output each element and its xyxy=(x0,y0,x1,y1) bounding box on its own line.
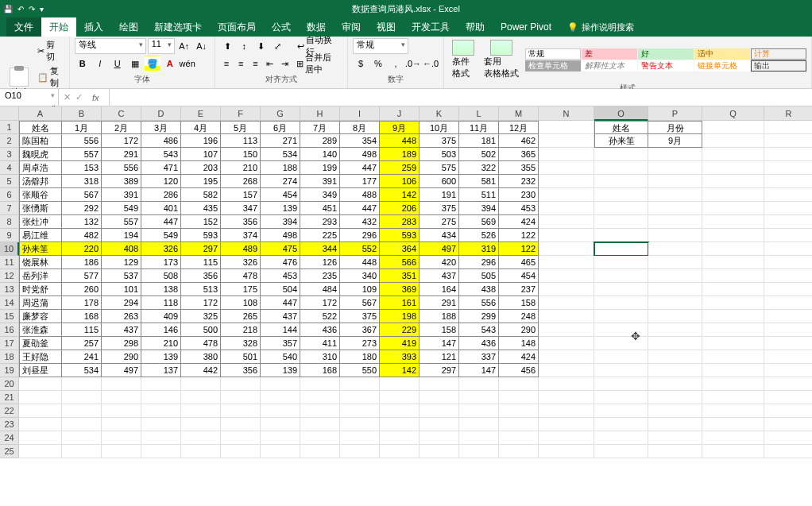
cell-M22[interactable] xyxy=(499,404,539,418)
cell-F11[interactable]: 326 xyxy=(221,256,261,269)
cell-A4[interactable]: 周卓浩 xyxy=(19,161,62,175)
cell-J20[interactable] xyxy=(380,377,420,391)
col-header-F[interactable]: F xyxy=(221,106,261,121)
row-header-2[interactable]: 2 xyxy=(0,134,19,148)
cell-M6[interactable]: 230 xyxy=(499,188,539,202)
tab-tellme[interactable]: 💡操作说明搜索 xyxy=(559,17,642,37)
cell-C23[interactable] xyxy=(102,418,141,431)
cell-G13[interactable]: 504 xyxy=(261,283,300,296)
cell-B15[interactable]: 168 xyxy=(62,310,102,323)
cell-H14[interactable]: 172 xyxy=(300,296,340,310)
cell-H16[interactable]: 436 xyxy=(300,323,340,337)
cell-N18[interactable] xyxy=(539,350,594,364)
cell-D20[interactable] xyxy=(141,377,181,391)
cell-K3[interactable]: 503 xyxy=(420,148,459,161)
cell-K18[interactable]: 121 xyxy=(420,350,459,364)
cell-I7[interactable]: 447 xyxy=(340,202,380,215)
cell-Q10[interactable] xyxy=(702,242,764,256)
cell-O4[interactable] xyxy=(594,161,648,175)
cell-E11[interactable]: 115 xyxy=(181,256,221,269)
cell-E18[interactable]: 380 xyxy=(181,350,221,364)
cell-O9[interactable] xyxy=(594,229,648,242)
cell-N19[interactable] xyxy=(539,364,594,377)
cell-L14[interactable]: 556 xyxy=(459,296,499,310)
cell-E24[interactable] xyxy=(181,431,221,445)
cell-Q17[interactable] xyxy=(702,337,764,350)
cell-K2[interactable]: 375 xyxy=(420,134,459,148)
cell-J12[interactable]: 351 xyxy=(380,269,420,283)
cell-O19[interactable] xyxy=(594,364,648,377)
cell-G6[interactable]: 454 xyxy=(261,188,300,202)
cell-P1[interactable]: 月份 xyxy=(648,121,702,134)
row-header-3[interactable]: 3 xyxy=(0,148,19,161)
cell-K7[interactable]: 375 xyxy=(420,202,459,215)
tab-home[interactable]: 开始 xyxy=(41,17,76,37)
cell-I5[interactable]: 177 xyxy=(340,175,380,188)
style-output[interactable]: 输出 xyxy=(751,60,806,71)
cell-A9[interactable]: 易江维 xyxy=(19,229,62,242)
cell-Q8[interactable] xyxy=(702,215,764,229)
cell-L17[interactable]: 436 xyxy=(459,337,499,350)
cell-P15[interactable] xyxy=(648,310,702,323)
cell-J14[interactable]: 161 xyxy=(380,296,420,310)
cell-K17[interactable]: 147 xyxy=(420,337,459,350)
cell-P9[interactable] xyxy=(648,229,702,242)
cell-K22[interactable] xyxy=(420,404,459,418)
cell-R6[interactable] xyxy=(764,188,812,202)
cell-N6[interactable] xyxy=(539,188,594,202)
cell-D17[interactable]: 210 xyxy=(141,337,181,350)
cell-B5[interactable]: 318 xyxy=(62,175,102,188)
col-header-A[interactable]: A xyxy=(19,106,62,121)
select-all-corner[interactable] xyxy=(0,106,19,121)
cell-D22[interactable] xyxy=(141,404,181,418)
cell-C22[interactable] xyxy=(102,404,141,418)
cell-C20[interactable] xyxy=(102,377,141,391)
cell-C5[interactable]: 389 xyxy=(102,175,141,188)
cell-D1[interactable]: 3月 xyxy=(141,121,181,134)
cell-K15[interactable]: 188 xyxy=(420,310,459,323)
cell-A6[interactable]: 张顺谷 xyxy=(19,188,62,202)
cell-A16[interactable]: 张淮森 xyxy=(19,323,62,337)
cell-N22[interactable] xyxy=(539,404,594,418)
cell-P17[interactable] xyxy=(648,337,702,350)
cell-L16[interactable]: 543 xyxy=(459,323,499,337)
cell-G12[interactable]: 453 xyxy=(261,269,300,283)
cell-E14[interactable]: 172 xyxy=(181,296,221,310)
cell-Q23[interactable] xyxy=(702,418,764,431)
cell-E5[interactable]: 195 xyxy=(181,175,221,188)
cell-M2[interactable]: 462 xyxy=(499,134,539,148)
cell-H4[interactable]: 199 xyxy=(300,161,340,175)
cell-C21[interactable] xyxy=(102,391,141,404)
cell-B18[interactable]: 241 xyxy=(62,350,102,364)
cell-L19[interactable]: 147 xyxy=(459,364,499,377)
cell-C3[interactable]: 291 xyxy=(102,148,141,161)
cell-C12[interactable]: 537 xyxy=(102,269,141,283)
cell-L15[interactable]: 299 xyxy=(459,310,499,323)
cell-M12[interactable]: 454 xyxy=(499,269,539,283)
align-right-button[interactable]: ≡ xyxy=(249,56,261,71)
cell-R23[interactable] xyxy=(764,418,812,431)
cell-B6[interactable]: 567 xyxy=(62,188,102,202)
cell-O23[interactable] xyxy=(594,418,648,431)
cell-K14[interactable]: 291 xyxy=(420,296,459,310)
col-header-B[interactable]: B xyxy=(62,106,102,121)
cell-P6[interactable] xyxy=(648,188,702,202)
cell-I1[interactable]: 8月 xyxy=(340,121,380,134)
cell-Q18[interactable] xyxy=(702,350,764,364)
cell-M10[interactable]: 122 xyxy=(499,242,539,256)
cell-F1[interactable]: 5月 xyxy=(221,121,261,134)
cell-A24[interactable] xyxy=(19,431,62,445)
row-header-24[interactable]: 24 xyxy=(0,431,19,445)
cell-M18[interactable]: 424 xyxy=(499,350,539,364)
cell-Q16[interactable] xyxy=(702,323,764,337)
cell-H21[interactable] xyxy=(300,391,340,404)
cell-J24[interactable] xyxy=(380,431,420,445)
cell-Q21[interactable] xyxy=(702,391,764,404)
cell-K5[interactable]: 600 xyxy=(420,175,459,188)
cell-K9[interactable]: 434 xyxy=(420,229,459,242)
font-color-button[interactable]: A xyxy=(162,56,178,71)
cell-N14[interactable] xyxy=(539,296,594,310)
cell-P8[interactable] xyxy=(648,215,702,229)
cell-N17[interactable] xyxy=(539,337,594,350)
row-header-25[interactable]: 25 xyxy=(0,445,19,458)
